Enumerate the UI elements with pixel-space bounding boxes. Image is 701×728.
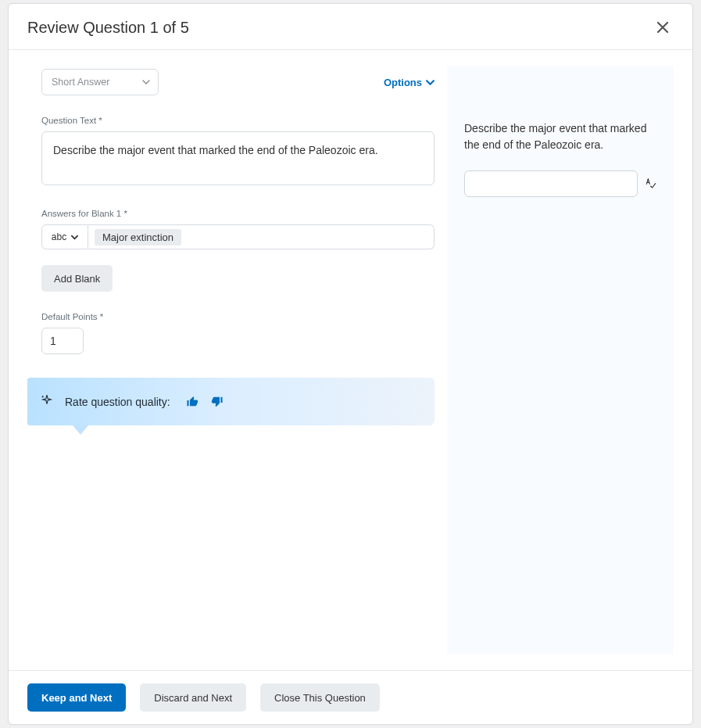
close-button[interactable] [652,16,674,38]
question-text-input[interactable] [41,131,435,185]
close-icon [656,21,669,34]
modal-header: Review Question 1 of 5 [9,4,692,50]
rate-quality-box: Rate question quality: [27,378,435,425]
chevron-down-icon [71,234,78,241]
discard-and-next-button[interactable]: Discard and Next [140,683,246,712]
chevron-down-icon [426,78,435,87]
preview-answer-input[interactable] [464,170,638,197]
review-question-modal: Review Question 1 of 5 Short Answer Opti… [8,3,693,725]
answers-row: abc Major extinction [41,224,435,249]
question-type-label: Short Answer [52,77,109,88]
preview-answer-row [464,170,656,197]
question-type-select[interactable]: Short Answer [41,69,159,95]
keep-and-next-button[interactable]: Keep and Next [27,683,126,712]
chevron-down-icon [142,78,150,86]
thumbs-down-button[interactable] [210,395,224,408]
answer-mode-label: abc [52,231,66,242]
rate-label: Rate question quality: [65,396,170,408]
answers-label: Answers for Blank 1 * [41,209,435,218]
sparkle-icon [40,393,54,410]
question-type-row: Short Answer Options [41,69,435,95]
question-text-label: Question Text * [41,116,435,125]
default-points-label: Default Points * [41,312,435,321]
modal-title: Review Question 1 of 5 [27,19,189,37]
modal-body: Short Answer Options Question Text * Ans… [9,50,692,670]
preview-question-text: Describe the major event that marked the… [464,120,656,153]
modal-footer: Keep and Next Discard and Next Close Thi… [9,670,692,724]
close-question-button[interactable]: Close This Question [260,683,380,712]
options-label: Options [384,77,422,88]
preview-column: Describe the major event that marked the… [447,66,674,654]
thumbs-up-icon [186,395,199,408]
add-blank-button[interactable]: Add Blank [41,265,113,292]
answer-chip[interactable]: Major extinction [95,229,181,246]
spellcheck-icon[interactable] [644,177,656,192]
answer-mode-select[interactable]: abc [41,224,88,249]
default-points-input[interactable] [41,328,84,354]
thumbs-up-button[interactable] [186,395,199,408]
thumbs-down-icon [210,395,224,408]
options-link[interactable]: Options [384,77,435,88]
editor-column: Short Answer Options Question Text * Ans… [27,50,447,670]
answers-input[interactable]: Major extinction [88,224,435,249]
